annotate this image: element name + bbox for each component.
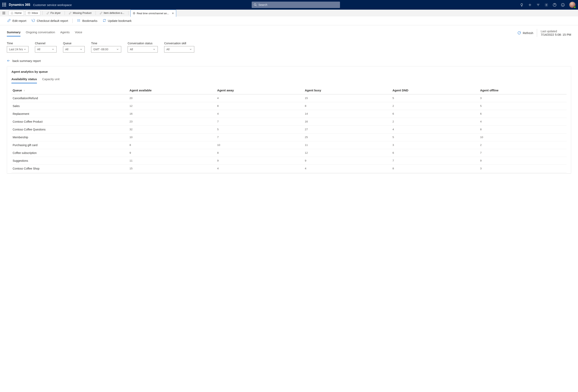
filter-label: Time bbox=[7, 42, 29, 45]
card-subtab-capacity[interactable]: Capacity unit bbox=[42, 76, 60, 83]
queue-name-cell: Sales bbox=[11, 102, 128, 110]
refresh-icon bbox=[102, 19, 106, 23]
dropdown-value: All bbox=[130, 48, 133, 51]
table-row[interactable]: Sales128825 bbox=[11, 102, 567, 110]
metric-cell: 2 bbox=[391, 102, 479, 110]
svg-rect-1 bbox=[4, 3, 5, 4]
filter-dropdown[interactable]: All bbox=[35, 46, 57, 52]
bookmarks-button[interactable]: Bookmarks bbox=[75, 18, 99, 24]
agent-analytics-table: Queue↑Agent availableAgent awayAgent bus… bbox=[11, 86, 567, 173]
filter-dropdown[interactable]: All bbox=[63, 46, 85, 52]
metric-cell: 6 bbox=[479, 110, 567, 118]
table-row[interactable]: Contoso Coffee Questions3252748 bbox=[11, 126, 567, 133]
case-tab-missing-product[interactable]: Missing Product bbox=[67, 10, 93, 16]
subtab-ongoing-conversation[interactable]: Ongoing conversation bbox=[26, 29, 55, 37]
table-row[interactable]: Membership10725510 bbox=[11, 133, 567, 141]
filter-icon[interactable] bbox=[536, 3, 540, 7]
metric-cell: 5 bbox=[479, 102, 567, 110]
filter-dropdown[interactable]: Last 24 hrs bbox=[7, 46, 29, 52]
metric-cell: 4 bbox=[304, 165, 391, 172]
subtab-summary[interactable]: Summary bbox=[7, 29, 20, 37]
svg-point-21 bbox=[563, 4, 564, 5]
table-row[interactable]: Coffee subscription981267 bbox=[11, 149, 567, 157]
subtab-voice[interactable]: Voice bbox=[75, 29, 82, 37]
metric-cell: 25 bbox=[304, 133, 391, 141]
metric-cell: 7 bbox=[216, 118, 304, 125]
column-header[interactable]: Agent away bbox=[216, 86, 304, 94]
filter-dropdown[interactable]: All bbox=[164, 46, 194, 52]
checkout-default-label: Checkout default report bbox=[37, 19, 68, 22]
column-header[interactable]: Queue↑ bbox=[11, 86, 128, 94]
case-tab-label: Real time omnichannel an... bbox=[137, 12, 169, 15]
card-subtab-availability[interactable]: Availability status bbox=[11, 76, 37, 83]
user-avatar[interactable] bbox=[569, 1, 576, 8]
home-tab[interactable]: Home bbox=[8, 11, 24, 15]
checkout-default-report-button[interactable]: Checkout default report bbox=[30, 18, 70, 24]
table-row[interactable]: Suggestions119979 bbox=[11, 157, 567, 165]
chevron-down-icon bbox=[80, 48, 83, 51]
metric-cell: 5 bbox=[216, 126, 304, 133]
queue-name-cell: Membership bbox=[11, 133, 128, 141]
report-subnav: Summary Ongoing conversation Agents Voic… bbox=[7, 29, 571, 37]
svg-rect-3 bbox=[2, 4, 3, 5]
filter-label: Queue bbox=[63, 42, 85, 45]
update-bookmark-label: Update bookmark bbox=[108, 19, 132, 22]
sort-ascending-icon: ↑ bbox=[24, 89, 25, 92]
table-row[interactable]: Replacement1641466 bbox=[11, 110, 567, 118]
filter-label: Conversation status bbox=[128, 42, 158, 45]
update-bookmark-button[interactable]: Update bookmark bbox=[101, 18, 133, 24]
queue-name-cell: Contoso Coffee Product bbox=[11, 118, 128, 125]
table-row[interactable]: Cancellation/Refund2041553 bbox=[11, 94, 567, 102]
table-row[interactable]: Contoso Coffee Product2371624 bbox=[11, 118, 567, 126]
brand-name[interactable]: Dynamics 365 bbox=[9, 3, 30, 7]
metric-cell: 27 bbox=[304, 126, 391, 133]
metric-cell: 8 bbox=[128, 141, 216, 149]
dropdown-value: All bbox=[166, 48, 170, 51]
svg-point-30 bbox=[77, 19, 78, 20]
hamburger-icon[interactable] bbox=[2, 11, 6, 15]
case-tab-item-defective[interactable]: Item defective o... bbox=[98, 10, 126, 16]
inbox-tab[interactable]: Inbox bbox=[25, 11, 40, 15]
column-header[interactable]: Agent offline bbox=[479, 86, 567, 94]
svg-rect-8 bbox=[5, 6, 6, 6]
help-icon[interactable] bbox=[553, 3, 557, 7]
metric-cell: 6 bbox=[391, 110, 479, 118]
case-tab-omnichannel-analytics[interactable]: Real time omnichannel an... ✕ bbox=[131, 10, 176, 17]
filter-label: Time bbox=[91, 42, 121, 45]
case-tab-fix-dryer[interactable]: Fix dryer bbox=[45, 10, 63, 16]
svg-point-9 bbox=[254, 4, 256, 5]
feedback-icon[interactable] bbox=[561, 3, 565, 7]
lightbulb-icon[interactable] bbox=[520, 3, 524, 7]
chevron-down-icon bbox=[23, 48, 26, 51]
refresh-button[interactable]: Refresh bbox=[517, 31, 533, 35]
table-row[interactable]: Purchasing gift card8101132 bbox=[11, 141, 567, 149]
app-launcher-icon[interactable] bbox=[2, 3, 9, 7]
filter-dropdown[interactable]: GMT -08:00 bbox=[91, 46, 121, 52]
metric-cell: 15 bbox=[128, 165, 216, 172]
column-header[interactable]: Agent busy bbox=[304, 86, 391, 94]
chevron-down-icon bbox=[153, 48, 155, 51]
case-tab-label: Missing Product bbox=[73, 11, 91, 14]
metric-cell: 2 bbox=[391, 118, 479, 125]
settings-icon[interactable] bbox=[544, 3, 548, 7]
metric-cell: 11 bbox=[304, 141, 391, 149]
svg-point-16 bbox=[546, 4, 547, 5]
metric-cell: 4 bbox=[391, 126, 479, 133]
case-tab-label: Item defective o... bbox=[104, 11, 124, 14]
subtab-agents[interactable]: Agents bbox=[60, 29, 70, 37]
column-header[interactable]: Agent DND bbox=[391, 86, 479, 94]
search-input[interactable]: Search bbox=[252, 1, 340, 8]
pencil-icon bbox=[7, 19, 11, 23]
table-row[interactable]: Contoso Coffee Shop154483 bbox=[11, 165, 567, 173]
metric-cell: 6 bbox=[391, 149, 479, 157]
close-tab-icon[interactable]: ✕ bbox=[172, 12, 174, 15]
list-icon bbox=[77, 19, 81, 23]
back-summary-report-link[interactable]: back summary report bbox=[7, 59, 41, 63]
edit-report-button[interactable]: Edit report bbox=[6, 18, 28, 24]
svg-point-19 bbox=[561, 3, 565, 6]
plus-icon[interactable] bbox=[528, 3, 532, 7]
filter-bar: TimeLast 24 hrsChannelAllQueueAllTimeGMT… bbox=[7, 42, 571, 52]
metric-cell: 32 bbox=[128, 126, 216, 133]
filter-dropdown[interactable]: All bbox=[128, 46, 158, 52]
column-header[interactable]: Agent available bbox=[128, 86, 216, 94]
